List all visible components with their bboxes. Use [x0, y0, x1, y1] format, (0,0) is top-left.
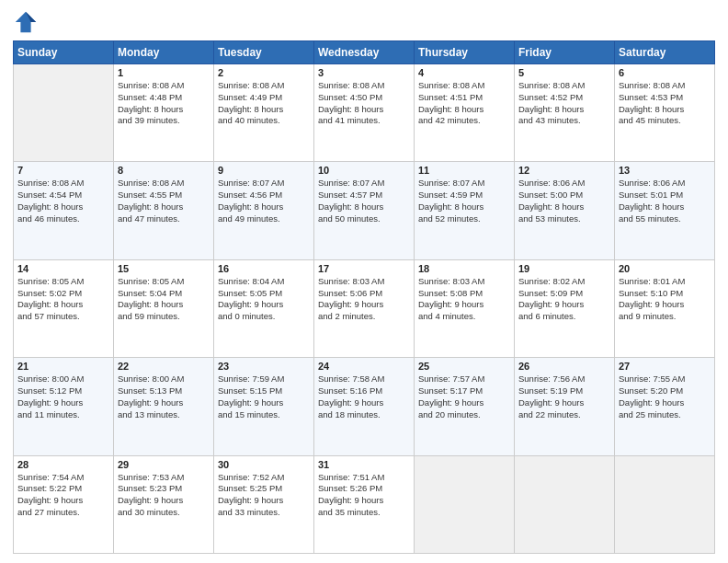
day-cell: 4Sunrise: 8:08 AM Sunset: 4:51 PM Daylig…	[415, 64, 515, 162]
day-cell: 23Sunrise: 7:59 AM Sunset: 5:15 PM Dayli…	[214, 358, 314, 455]
day-info: Sunrise: 8:08 AM Sunset: 4:53 PM Dayligh…	[619, 80, 711, 127]
day-info: Sunrise: 8:06 AM Sunset: 5:00 PM Dayligh…	[518, 178, 610, 224]
day-cell: 25Sunrise: 7:57 AM Sunset: 5:17 PM Dayli…	[415, 358, 515, 455]
day-info: Sunrise: 8:08 AM Sunset: 4:55 PM Dayligh…	[118, 178, 210, 224]
day-cell: 20Sunrise: 8:01 AM Sunset: 5:10 PM Dayli…	[615, 259, 715, 357]
day-info: Sunrise: 8:00 AM Sunset: 5:12 PM Dayligh…	[17, 373, 109, 420]
day-number: 8	[118, 165, 210, 176]
header-cell-thursday: Thursday	[415, 41, 515, 64]
day-cell: 2Sunrise: 8:08 AM Sunset: 4:49 PM Daylig…	[214, 64, 314, 162]
day-info: Sunrise: 8:08 AM Sunset: 4:49 PM Dayligh…	[218, 80, 310, 127]
day-number: 9	[218, 165, 310, 176]
logo	[13, 9, 42, 35]
day-info: Sunrise: 8:08 AM Sunset: 4:50 PM Dayligh…	[318, 80, 410, 127]
day-info: Sunrise: 8:04 AM Sunset: 5:05 PM Dayligh…	[218, 276, 310, 323]
day-number: 23	[218, 361, 310, 372]
day-number: 16	[218, 263, 310, 274]
day-number: 14	[17, 263, 109, 274]
day-number: 21	[17, 361, 109, 372]
calendar-body: 1Sunrise: 8:08 AM Sunset: 4:48 PM Daylig…	[14, 64, 715, 554]
day-info: Sunrise: 7:52 AM Sunset: 5:25 PM Dayligh…	[218, 472, 310, 519]
day-cell: 7Sunrise: 8:08 AM Sunset: 4:54 PM Daylig…	[14, 162, 114, 259]
day-info: Sunrise: 8:01 AM Sunset: 5:10 PM Dayligh…	[619, 276, 711, 323]
day-cell	[14, 64, 114, 162]
day-number: 13	[619, 165, 711, 176]
day-number: 24	[318, 361, 410, 372]
day-number: 15	[118, 263, 210, 274]
day-info: Sunrise: 8:03 AM Sunset: 5:08 PM Dayligh…	[418, 276, 510, 323]
header-cell-saturday: Saturday	[615, 41, 715, 64]
day-number: 28	[17, 459, 109, 470]
day-cell: 19Sunrise: 8:02 AM Sunset: 5:09 PM Dayli…	[515, 259, 615, 357]
day-info: Sunrise: 8:02 AM Sunset: 5:09 PM Dayligh…	[518, 276, 610, 323]
day-number: 2	[218, 67, 310, 78]
day-cell: 28Sunrise: 7:54 AM Sunset: 5:22 PM Dayli…	[14, 455, 114, 553]
day-info: Sunrise: 8:07 AM Sunset: 4:57 PM Dayligh…	[318, 178, 410, 224]
day-number: 27	[619, 361, 711, 372]
week-row-0: 1Sunrise: 8:08 AM Sunset: 4:48 PM Daylig…	[14, 64, 715, 162]
week-row-4: 28Sunrise: 7:54 AM Sunset: 5:22 PM Dayli…	[14, 455, 715, 553]
day-cell: 13Sunrise: 8:06 AM Sunset: 5:01 PM Dayli…	[615, 162, 715, 259]
day-cell: 6Sunrise: 8:08 AM Sunset: 4:53 PM Daylig…	[615, 64, 715, 162]
day-cell: 22Sunrise: 8:00 AM Sunset: 5:13 PM Dayli…	[114, 358, 214, 455]
day-number: 3	[318, 67, 410, 78]
day-number: 29	[118, 459, 210, 470]
day-number: 19	[518, 263, 610, 274]
day-cell: 12Sunrise: 8:06 AM Sunset: 5:00 PM Dayli…	[515, 162, 615, 259]
day-number: 11	[418, 165, 510, 176]
day-info: Sunrise: 7:51 AM Sunset: 5:26 PM Dayligh…	[318, 472, 410, 519]
day-number: 17	[318, 263, 410, 274]
day-number: 25	[418, 361, 510, 372]
day-number: 20	[619, 263, 711, 274]
day-info: Sunrise: 8:08 AM Sunset: 4:52 PM Dayligh…	[518, 80, 610, 127]
day-number: 31	[318, 459, 410, 470]
day-info: Sunrise: 8:05 AM Sunset: 5:04 PM Dayligh…	[118, 276, 210, 323]
day-info: Sunrise: 8:08 AM Sunset: 4:48 PM Dayligh…	[118, 80, 210, 127]
day-number: 10	[318, 165, 410, 176]
day-info: Sunrise: 8:06 AM Sunset: 5:01 PM Dayligh…	[619, 178, 711, 224]
calendar: SundayMondayTuesdayWednesdayThursdayFrid…	[13, 40, 715, 554]
header-cell-friday: Friday	[515, 41, 615, 64]
day-number: 7	[17, 165, 109, 176]
day-info: Sunrise: 8:00 AM Sunset: 5:13 PM Dayligh…	[118, 373, 210, 420]
day-cell: 15Sunrise: 8:05 AM Sunset: 5:04 PM Dayli…	[114, 259, 214, 357]
week-row-3: 21Sunrise: 8:00 AM Sunset: 5:12 PM Dayli…	[14, 358, 715, 455]
logo-icon	[13, 9, 39, 35]
day-info: Sunrise: 8:08 AM Sunset: 4:54 PM Dayligh…	[17, 178, 109, 224]
day-info: Sunrise: 7:57 AM Sunset: 5:17 PM Dayligh…	[418, 373, 510, 420]
calendar-header: SundayMondayTuesdayWednesdayThursdayFrid…	[14, 41, 715, 64]
week-row-2: 14Sunrise: 8:05 AM Sunset: 5:02 PM Dayli…	[14, 259, 715, 357]
day-info: Sunrise: 7:59 AM Sunset: 5:15 PM Dayligh…	[218, 373, 310, 420]
header	[13, 9, 715, 35]
day-number: 5	[518, 67, 610, 78]
day-number: 1	[118, 67, 210, 78]
day-number: 22	[118, 361, 210, 372]
day-info: Sunrise: 8:05 AM Sunset: 5:02 PM Dayligh…	[17, 276, 109, 323]
day-number: 12	[518, 165, 610, 176]
day-info: Sunrise: 8:03 AM Sunset: 5:06 PM Dayligh…	[318, 276, 410, 323]
day-number: 26	[518, 361, 610, 372]
header-row: SundayMondayTuesdayWednesdayThursdayFrid…	[14, 41, 715, 64]
header-cell-tuesday: Tuesday	[214, 41, 314, 64]
day-cell: 16Sunrise: 8:04 AM Sunset: 5:05 PM Dayli…	[214, 259, 314, 357]
day-cell: 18Sunrise: 8:03 AM Sunset: 5:08 PM Dayli…	[415, 259, 515, 357]
day-info: Sunrise: 8:07 AM Sunset: 4:56 PM Dayligh…	[218, 178, 310, 224]
day-number: 6	[619, 67, 711, 78]
day-cell: 24Sunrise: 7:58 AM Sunset: 5:16 PM Dayli…	[314, 358, 415, 455]
day-cell: 14Sunrise: 8:05 AM Sunset: 5:02 PM Dayli…	[14, 259, 114, 357]
page: SundayMondayTuesdayWednesdayThursdayFrid…	[0, 0, 728, 563]
day-cell: 3Sunrise: 8:08 AM Sunset: 4:50 PM Daylig…	[314, 64, 415, 162]
day-info: Sunrise: 7:54 AM Sunset: 5:22 PM Dayligh…	[17, 472, 109, 519]
day-info: Sunrise: 8:07 AM Sunset: 4:59 PM Dayligh…	[418, 178, 510, 224]
day-cell	[415, 455, 515, 553]
day-cell: 26Sunrise: 7:56 AM Sunset: 5:19 PM Dayli…	[515, 358, 615, 455]
day-cell: 10Sunrise: 8:07 AM Sunset: 4:57 PM Dayli…	[314, 162, 415, 259]
day-cell: 5Sunrise: 8:08 AM Sunset: 4:52 PM Daylig…	[515, 64, 615, 162]
day-number: 18	[418, 263, 510, 274]
day-cell: 9Sunrise: 8:07 AM Sunset: 4:56 PM Daylig…	[214, 162, 314, 259]
day-cell: 27Sunrise: 7:55 AM Sunset: 5:20 PM Dayli…	[615, 358, 715, 455]
day-info: Sunrise: 8:08 AM Sunset: 4:51 PM Dayligh…	[418, 80, 510, 127]
day-cell: 17Sunrise: 8:03 AM Sunset: 5:06 PM Dayli…	[314, 259, 415, 357]
day-cell: 11Sunrise: 8:07 AM Sunset: 4:59 PM Dayli…	[415, 162, 515, 259]
day-number: 30	[218, 459, 310, 470]
